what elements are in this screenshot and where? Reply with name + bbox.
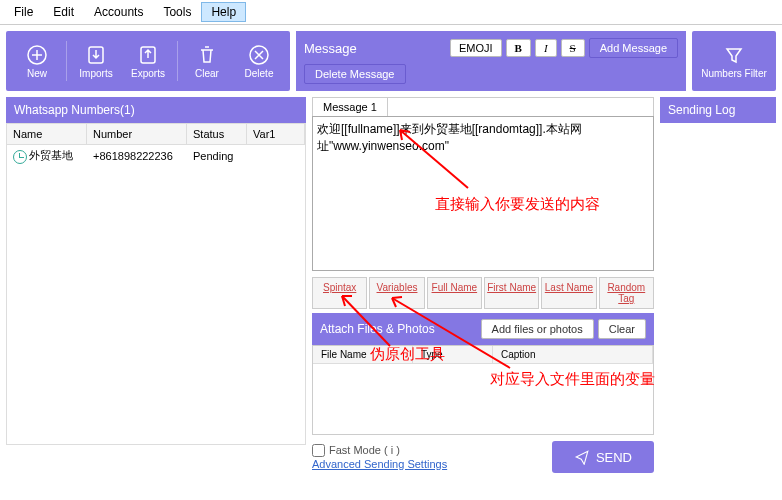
menu-file[interactable]: File bbox=[4, 2, 43, 22]
fast-mode-label: Fast Mode ( i ) bbox=[329, 444, 400, 456]
message-tabs: Message 1 bbox=[312, 97, 654, 116]
add-files-button[interactable]: Add files or photos bbox=[481, 319, 594, 339]
menu-help[interactable]: Help bbox=[201, 2, 246, 22]
randomtag-button[interactable]: Random Tag bbox=[599, 277, 654, 309]
emoji-button[interactable]: EMOJI bbox=[450, 39, 502, 57]
message-header: Message EMOJI B I S Add Message Delete M… bbox=[296, 31, 686, 91]
send-button[interactable]: SEND bbox=[552, 441, 654, 473]
menubar: File Edit Accounts Tools Help bbox=[0, 0, 782, 25]
attach-panel: Attach Files & Photos Add files or photo… bbox=[312, 313, 654, 435]
variable-buttons: Spintax Variables Full Name First Name L… bbox=[312, 277, 654, 309]
fast-mode-checkbox[interactable]: Fast Mode ( i ) bbox=[312, 444, 447, 457]
imports-label: Imports bbox=[79, 68, 112, 79]
numbers-filter-label: Numbers Filter bbox=[701, 68, 767, 79]
message-panel: Message 1 Spintax Variables Full Name Fi… bbox=[312, 97, 654, 473]
export-icon bbox=[137, 44, 159, 66]
plus-circle-icon bbox=[26, 44, 48, 66]
trash-icon bbox=[196, 44, 218, 66]
toolbar-right: Numbers Filter bbox=[692, 31, 776, 91]
delete-button[interactable]: Delete bbox=[234, 37, 284, 85]
numbers-panel: Whatsapp Numbers(1) Name Number Status V… bbox=[6, 97, 306, 473]
attach-title: Attach Files & Photos bbox=[320, 322, 435, 336]
message-textarea[interactable] bbox=[312, 116, 654, 271]
numbers-filter-button[interactable]: Numbers Filter bbox=[698, 37, 770, 85]
strike-button[interactable]: S bbox=[561, 39, 585, 57]
clear-button[interactable]: Clear bbox=[182, 37, 232, 85]
clock-icon bbox=[13, 150, 27, 164]
att-col-file[interactable]: File Name bbox=[313, 346, 413, 363]
row-status: Pending bbox=[187, 148, 247, 164]
log-panel: Sending Log bbox=[660, 97, 776, 473]
new-label: New bbox=[27, 68, 47, 79]
col-number[interactable]: Number bbox=[87, 124, 187, 144]
row-var1 bbox=[247, 154, 305, 158]
menu-edit[interactable]: Edit bbox=[43, 2, 84, 22]
import-icon bbox=[85, 44, 107, 66]
col-name[interactable]: Name bbox=[7, 124, 87, 144]
lastname-button[interactable]: Last Name bbox=[541, 277, 596, 309]
col-var1[interactable]: Var1 bbox=[247, 124, 305, 144]
col-status[interactable]: Status bbox=[187, 124, 247, 144]
attach-header: Attach Files & Photos Add files or photo… bbox=[312, 313, 654, 345]
clear-files-button[interactable]: Clear bbox=[598, 319, 646, 339]
att-col-type[interactable]: Type bbox=[413, 346, 493, 363]
fullname-button[interactable]: Full Name bbox=[427, 277, 482, 309]
exports-button[interactable]: Exports bbox=[123, 37, 173, 85]
tab-message-1[interactable]: Message 1 bbox=[313, 98, 388, 116]
send-icon bbox=[574, 449, 590, 465]
advanced-settings-link[interactable]: Advanced Sending Settings bbox=[312, 458, 447, 470]
new-button[interactable]: New bbox=[12, 37, 62, 85]
imports-button[interactable]: Imports bbox=[71, 37, 121, 85]
numbers-table-header: Name Number Status Var1 bbox=[6, 123, 306, 145]
send-label: SEND bbox=[596, 450, 632, 465]
exports-label: Exports bbox=[131, 68, 165, 79]
attach-list[interactable]: File Name Type Caption bbox=[312, 345, 654, 435]
firstname-button[interactable]: First Name bbox=[484, 277, 539, 309]
menu-accounts[interactable]: Accounts bbox=[84, 2, 153, 22]
clear-label: Clear bbox=[195, 68, 219, 79]
numbers-table-body[interactable]: 外贸基地 +861898222236 Pending bbox=[6, 145, 306, 445]
message-title: Message bbox=[304, 41, 357, 56]
att-col-caption[interactable]: Caption bbox=[493, 346, 653, 363]
log-title: Sending Log bbox=[660, 97, 776, 123]
row-number: +861898222236 bbox=[87, 148, 187, 164]
delete-label: Delete bbox=[245, 68, 274, 79]
numbers-title: Whatsapp Numbers(1) bbox=[6, 97, 306, 123]
add-message-button[interactable]: Add Message bbox=[589, 38, 678, 58]
italic-button[interactable]: I bbox=[535, 39, 557, 57]
table-row[interactable]: 外贸基地 +861898222236 Pending bbox=[7, 145, 305, 167]
spintax-button[interactable]: Spintax bbox=[312, 277, 367, 309]
variables-button[interactable]: Variables bbox=[369, 277, 424, 309]
menu-tools[interactable]: Tools bbox=[153, 2, 201, 22]
row-name: 外贸基地 bbox=[29, 149, 73, 161]
toolbar-numbers: New Imports Exports Clear Delete bbox=[6, 31, 290, 91]
filter-icon bbox=[723, 44, 745, 66]
fast-mode-input[interactable] bbox=[312, 444, 325, 457]
x-circle-icon bbox=[248, 44, 270, 66]
delete-message-button[interactable]: Delete Message bbox=[304, 64, 406, 84]
bottom-bar: Fast Mode ( i ) Advanced Sending Setting… bbox=[312, 441, 654, 473]
bold-button[interactable]: B bbox=[506, 39, 531, 57]
